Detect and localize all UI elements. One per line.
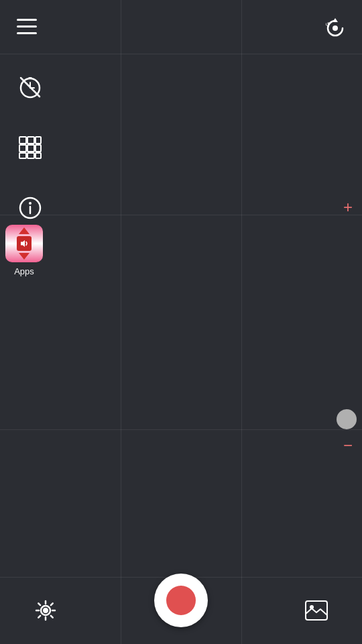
app-label: Apps: [14, 266, 34, 276]
grid-icon[interactable]: [17, 134, 44, 161]
record-inner: [166, 586, 196, 615]
svg-point-23: [43, 608, 48, 613]
svg-rect-2: [17, 32, 37, 34]
svg-rect-11: [19, 137, 26, 144]
svg-point-4: [333, 25, 338, 31]
gallery-button[interactable]: [304, 598, 328, 623]
speaker-icon: [17, 236, 32, 251]
timer-off-icon[interactable]: [17, 74, 44, 101]
svg-point-21: [29, 202, 32, 205]
svg-rect-17: [19, 153, 26, 158]
svg-rect-14: [19, 145, 26, 152]
svg-marker-3: [333, 18, 338, 22]
arrow-up-icon: [19, 227, 29, 234]
svg-rect-13: [36, 137, 41, 144]
app-item[interactable]: Apps: [5, 225, 43, 276]
info-icon[interactable]: [17, 195, 44, 221]
svg-rect-1: [17, 25, 37, 28]
app-icon: [5, 225, 43, 262]
minus-button[interactable]: −: [343, 436, 353, 455]
menu-button[interactable]: [13, 13, 40, 40]
svg-text:↺: ↺: [325, 21, 330, 28]
svg-rect-10: [28, 77, 32, 79]
svg-rect-12: [27, 137, 34, 144]
top-bar: ↺: [0, 0, 362, 54]
settings-button[interactable]: [34, 598, 58, 623]
arrow-down-icon: [19, 253, 29, 260]
svg-rect-15: [27, 145, 34, 152]
record-button[interactable]: [154, 574, 208, 627]
svg-rect-16: [36, 145, 41, 152]
plus-button[interactable]: +: [343, 198, 353, 217]
svg-rect-18: [27, 153, 34, 158]
svg-rect-0: [17, 19, 37, 21]
svg-rect-19: [36, 153, 41, 158]
flip-camera-button[interactable]: ↺: [322, 13, 349, 40]
scroll-handle[interactable]: [337, 409, 357, 429]
